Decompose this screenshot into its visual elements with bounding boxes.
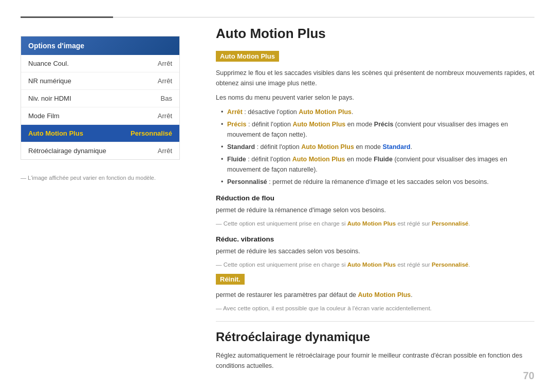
sidebar-title: Options d'image (21, 36, 179, 55)
page-number: 70 (523, 370, 534, 382)
sidebar-item-nr-label: NR numérique (28, 77, 71, 85)
sidebar-item-mode-label: Mode Film (28, 112, 60, 120)
sidebar-item-nuance-value: Arrêt (158, 60, 172, 67)
section2-text: Réglez automatiquement le rétroéclairage… (216, 350, 534, 371)
sidebar-item-mode[interactable]: Mode Film Arrêt (21, 107, 179, 125)
section2-bullet-list: Arrêt / Activé (221, 375, 534, 377)
sidebar-item-retro-value: Arrêt (158, 147, 172, 155)
list-item: Arrêt : désactive l'option Auto Motion P… (221, 107, 534, 117)
reduction-text: permet de réduire la rémanence d'image s… (216, 205, 534, 215)
reinit-text: permet de restaurer les paramètres par d… (216, 290, 534, 300)
list-item: Fluide : définit l'option Auto Motion Pl… (221, 154, 534, 175)
vibrations-text: permet de réduire les saccades selon vos… (216, 246, 534, 256)
sidebar-item-niv[interactable]: Niv. noir HDMI Bas (21, 90, 179, 107)
top-line-light (113, 17, 534, 17)
sidebar-item-automotion[interactable]: Auto Motion Plus Personnalisé (21, 125, 179, 142)
top-line-dark (21, 16, 113, 18)
top-decorative-lines (21, 16, 534, 18)
sidebar-item-nr-value: Arrêt (158, 77, 172, 85)
vibrations-note: ― Cette option est uniquement prise en c… (216, 260, 534, 269)
badge-automotion: Auto Motion Plus (216, 51, 279, 62)
sidebar-item-niv-label: Niv. noir HDMI (28, 95, 71, 102)
main-content: Auto Motion Plus Auto Motion Plus Suppri… (216, 26, 534, 377)
list-item: Précis : définit l'option Auto Motion Pl… (221, 119, 534, 140)
vibrations-title: Réduc. vibrations (216, 235, 534, 243)
page-title: Auto Motion Plus (216, 26, 534, 42)
reinit-badge: Réinit. (216, 274, 245, 285)
section2-title: Rétroéclairage dynamique (216, 330, 534, 344)
sidebar-item-retro-label: Rétroéclairage dynamique (28, 147, 106, 155)
sidebar-item-nr[interactable]: NR numérique Arrêt (21, 72, 179, 90)
sidebar-footnote: ― L'image affichée peut varier en foncti… (21, 175, 156, 181)
list-item: Personnalisé : permet de réduire la réma… (221, 177, 534, 187)
reduction-title: Réduction de flou (216, 194, 534, 202)
intro-text-2: Les noms du menu peuvent varier selon le… (216, 92, 534, 103)
sidebar-item-nuance[interactable]: Nuance Coul. Arrêt (21, 55, 179, 72)
list-item: Standard : définit l'option Auto Motion … (221, 142, 534, 152)
reinit-note: ― Avec cette option, il est possible que… (216, 304, 534, 313)
sidebar-item-automotion-value: Personnalisé (131, 129, 172, 137)
sidebar-item-mode-value: Arrêt (158, 112, 172, 120)
bullet-list: Arrêt : désactive l'option Auto Motion P… (221, 107, 534, 187)
intro-text-1: Supprimez le flou et les saccades visibl… (216, 68, 534, 88)
sidebar: Options d'image Nuance Coul. Arrêt NR nu… (21, 36, 180, 160)
sidebar-item-automotion-label: Auto Motion Plus (28, 129, 83, 137)
reduction-note: ― Cette option est uniquement prise en c… (216, 219, 534, 228)
section-divider (216, 321, 534, 322)
sidebar-item-nuance-label: Nuance Coul. (28, 60, 69, 67)
sidebar-item-niv-value: Bas (161, 95, 172, 102)
sidebar-item-retro[interactable]: Rétroéclairage dynamique Arrêt (21, 142, 179, 159)
list-item: Arrêt / Activé (221, 375, 534, 377)
